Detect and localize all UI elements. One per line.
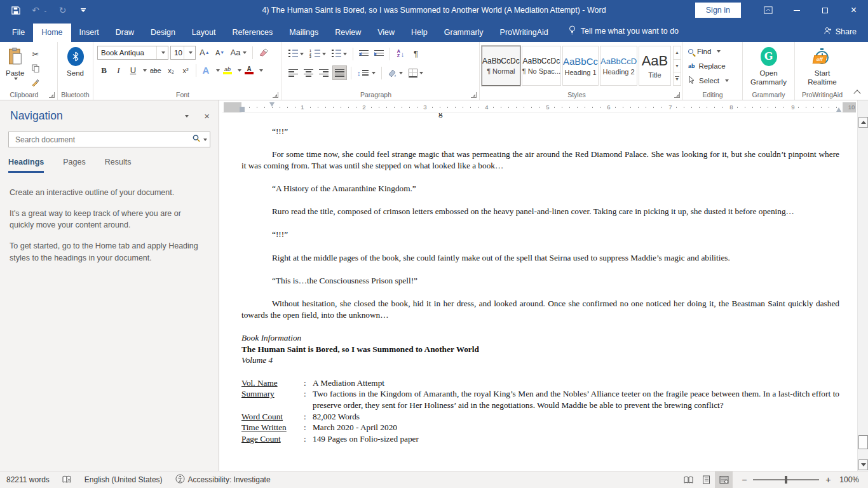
bluetooth-send-button[interactable]: Send bbox=[59, 44, 92, 90]
change-case-button[interactable]: Aa bbox=[229, 45, 248, 60]
paragraph[interactable]: Ruro read the title, composed of crimson… bbox=[241, 206, 839, 217]
undo-icon[interactable]: ↶ bbox=[31, 5, 41, 15]
left-indent-marker[interactable] bbox=[240, 107, 245, 112]
style-normal[interactable]: AaBbCcDc ¶ Normal bbox=[482, 46, 520, 86]
copy-icon[interactable] bbox=[29, 62, 42, 74]
styles-scroll-down-icon[interactable]: ▼ bbox=[674, 60, 681, 73]
paste-button[interactable]: Paste bbox=[1, 44, 29, 90]
style-heading-2[interactable]: AaBbCcD Heading 2 bbox=[600, 46, 637, 86]
shading-button[interactable] bbox=[386, 65, 405, 80]
book-info-label[interactable]: Page Count bbox=[241, 433, 304, 445]
zoom-level[interactable]: 100% bbox=[839, 475, 868, 484]
format-painter-icon[interactable] bbox=[29, 76, 42, 88]
document-page[interactable]: “!!!” For some time now, she could feel … bbox=[241, 126, 839, 444]
numbering-button[interactable]: 123 bbox=[308, 46, 328, 61]
paragraph[interactable]: Without hesitation, she closed the book,… bbox=[241, 298, 839, 320]
maximize-button[interactable] bbox=[811, 0, 839, 20]
tab-help[interactable]: Help bbox=[403, 24, 436, 42]
align-right-button[interactable] bbox=[317, 65, 330, 80]
decrease-indent-button[interactable] bbox=[357, 46, 370, 61]
font-size-combo[interactable]: 10 bbox=[170, 46, 196, 60]
clipboard-dialog-launcher-icon[interactable] bbox=[49, 92, 55, 98]
style-title[interactable]: AaB Title bbox=[639, 46, 671, 86]
book-info-label[interactable]: Summary bbox=[241, 388, 304, 410]
italic-button[interactable]: I bbox=[112, 63, 125, 78]
nav-tab-pages[interactable]: Pages bbox=[63, 158, 85, 173]
book-info-table[interactable]: Vol. Name : A Mediation Attempt Summary … bbox=[241, 377, 839, 445]
search-dropdown-icon[interactable] bbox=[203, 139, 207, 141]
sort-button[interactable]: AZ ↓ bbox=[394, 46, 407, 61]
tab-draw[interactable]: Draw bbox=[107, 24, 142, 42]
grow-font-button[interactable]: A▲ bbox=[198, 45, 212, 60]
book-info-label[interactable]: Word Count bbox=[241, 411, 304, 423]
ribbon-display-options-icon[interactable] bbox=[754, 0, 782, 20]
increase-indent-button[interactable] bbox=[372, 46, 386, 61]
nav-tab-results[interactable]: Results bbox=[105, 158, 132, 173]
select-button[interactable]: Select bbox=[684, 73, 741, 88]
highlight-color-button[interactable]: ab bbox=[221, 63, 234, 78]
font-family-combo[interactable]: Book Antiqua bbox=[97, 46, 168, 60]
font-color-button[interactable]: A bbox=[243, 63, 256, 78]
right-indent-marker[interactable] bbox=[836, 107, 841, 112]
close-button[interactable]: × bbox=[839, 0, 868, 20]
book-title[interactable]: The Human Saint is Bored, so I was Summo… bbox=[241, 344, 839, 355]
align-center-button[interactable] bbox=[302, 65, 315, 80]
paragraph[interactable]: “A History of the Amaranthine Kingdom.” bbox=[241, 183, 839, 194]
start-realtime-button[interactable]: off Start Realtime bbox=[796, 44, 848, 90]
shrink-font-button[interactable]: A▼ bbox=[214, 45, 227, 60]
zoom-out-icon[interactable]: − bbox=[740, 475, 748, 485]
book-info-value[interactable]: A Mediation Attempt bbox=[313, 377, 839, 389]
open-grammarly-button[interactable]: G Open Grammarly bbox=[744, 44, 793, 90]
paragraph[interactable]: “!!!” bbox=[241, 229, 839, 240]
strikethrough-button[interactable]: abe bbox=[148, 63, 163, 78]
read-mode-view-button[interactable] bbox=[679, 471, 697, 488]
accessibility-status[interactable]: Accessibility: Investigate bbox=[169, 471, 277, 488]
cut-icon[interactable]: ✂ bbox=[29, 48, 42, 60]
web-layout-view-button[interactable] bbox=[715, 471, 733, 488]
book-info-value[interactable]: 149 Pages on Folio-sized paper bbox=[313, 433, 839, 445]
first-line-indent-marker[interactable] bbox=[269, 102, 275, 107]
tab-home[interactable]: Home bbox=[33, 24, 71, 42]
paragraph[interactable]: For some time now, she could feel strang… bbox=[241, 149, 839, 171]
book-volume[interactable]: Volume 4 bbox=[241, 355, 839, 366]
book-info-value[interactable]: March 2020 - April 2020 bbox=[313, 422, 839, 433]
navigation-options-dropdown-icon[interactable] bbox=[185, 115, 189, 118]
justify-button[interactable] bbox=[332, 65, 347, 80]
line-spacing-button[interactable]: ↕ bbox=[355, 65, 377, 80]
tab-mailings[interactable]: Mailings bbox=[281, 24, 327, 42]
tab-insert[interactable]: Insert bbox=[71, 24, 107, 42]
superscript-button[interactable]: x² bbox=[179, 63, 193, 78]
sign-in-button[interactable]: Sign in bbox=[695, 3, 741, 18]
customize-qat-icon[interactable] bbox=[78, 5, 88, 15]
share-button[interactable]: Share bbox=[812, 22, 868, 42]
paragraph-dialog-launcher-icon[interactable] bbox=[471, 92, 477, 98]
bullets-button[interactable] bbox=[287, 46, 306, 61]
minimize-button[interactable] bbox=[782, 0, 811, 20]
tab-grammarly[interactable]: Grammarly bbox=[436, 24, 492, 42]
styles-more-icon[interactable]: ▼ bbox=[674, 72, 681, 85]
paste-dropdown-icon[interactable] bbox=[14, 78, 18, 80]
print-layout-view-button[interactable] bbox=[697, 471, 715, 488]
book-information-block[interactable]: Book Information The Human Saint is Bore… bbox=[241, 332, 839, 444]
document-canvas[interactable]: 1 2 3 4 5 6 7 8 9 10 g “!!!” For some ti… bbox=[220, 100, 857, 471]
font-color-dropdown-icon[interactable] bbox=[259, 69, 263, 72]
scroll-down-icon[interactable] bbox=[858, 459, 868, 470]
zoom-slider[interactable] bbox=[753, 479, 819, 480]
book-info-label[interactable]: Vol. Name bbox=[241, 377, 304, 389]
zoom-slider-thumb[interactable] bbox=[785, 476, 787, 484]
search-box[interactable] bbox=[8, 132, 210, 147]
navigation-close-icon[interactable]: × bbox=[204, 111, 210, 121]
paragraph[interactable]: Right at the middle pages of the book, s… bbox=[241, 252, 839, 263]
multilevel-list-button[interactable] bbox=[330, 46, 349, 61]
undo-dropdown-icon[interactable]: ⌄ bbox=[43, 8, 48, 13]
book-info-heading[interactable]: Book Information bbox=[241, 332, 839, 344]
clear-formatting-icon[interactable] bbox=[257, 45, 270, 60]
underline-button[interactable]: U bbox=[126, 63, 140, 78]
book-info-value[interactable]: 82,002 Words bbox=[313, 411, 839, 423]
tell-me-box[interactable]: Tell me what you want to do bbox=[563, 21, 684, 42]
tab-references[interactable]: References bbox=[224, 24, 281, 42]
find-button[interactable]: Find bbox=[684, 44, 741, 58]
vertical-scrollbar[interactable] bbox=[857, 100, 868, 471]
tab-view[interactable]: View bbox=[369, 24, 403, 42]
language-status[interactable]: English (United States) bbox=[78, 471, 169, 488]
